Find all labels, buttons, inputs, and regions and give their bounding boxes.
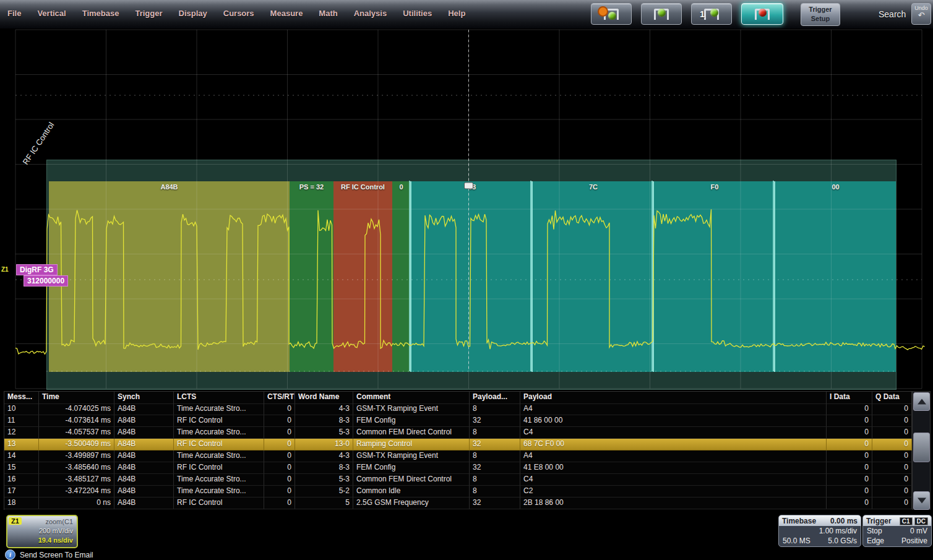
table-header-cts-rti: CTS/RTI [264, 392, 295, 404]
table-cell: Time Accurate Stro... [174, 403, 264, 415]
menu-item-trigger[interactable]: Trigger [135, 9, 162, 18]
table-cell: A84B [114, 498, 174, 509]
table-cell[interactable]: 0 [827, 439, 872, 450]
table-cell: GSM-TX Ramping Event [353, 450, 470, 462]
table-cell: Time Accurate Stro... [174, 450, 264, 462]
waveform-trace [15, 209, 925, 354]
timebase-box[interactable]: Timebase 0.00 ms 1.00 ms/div 50.0 MS 5.0… [778, 515, 861, 547]
menu-item-display[interactable]: Display [179, 9, 207, 18]
table-cell: Common FEM Direct Control [353, 427, 470, 439]
table-cell: 10 [4, 403, 39, 415]
digrf-frequency-marker[interactable]: 312000000 [24, 275, 68, 286]
table-header-payload: Payload [520, 392, 827, 404]
table-cell: A4 [520, 450, 827, 462]
table-cell: 0 [827, 486, 872, 498]
table-cell: 17 [4, 486, 39, 498]
table-cell: A84B [114, 403, 174, 415]
trigger-single-button[interactable]: 1 [691, 3, 732, 25]
trigger-normal-button[interactable] [641, 3, 682, 25]
table-cell[interactable]: -3.500409 ms [39, 439, 114, 450]
table-cell: 4-3 [295, 450, 353, 462]
table-header-synch: Synch [114, 392, 174, 404]
green-ball-icon [658, 9, 666, 17]
menu-item-utilities[interactable]: Utilities [403, 9, 432, 18]
table-cell[interactable]: 68 7C F0 00 [520, 439, 827, 450]
table-cell: -4.073614 ms [39, 415, 114, 427]
search-button[interactable]: Search [879, 9, 906, 19]
table-cell: 8-3 [295, 415, 353, 427]
table-cell: 12 [4, 427, 39, 439]
table-cell: A84B [114, 427, 174, 439]
table-cell[interactable]: 32 [470, 439, 520, 450]
table-cell: C2 [520, 486, 827, 498]
trigger-position-marker[interactable] [465, 183, 473, 189]
table-cell: 5-3 [295, 474, 353, 486]
trigger-level: 0 mV [910, 526, 927, 536]
table-cell: -4.057537 ms [39, 427, 114, 439]
table-cell[interactable]: 0 [264, 439, 295, 450]
z1-time-per-div: 19.4 ns/div [38, 536, 73, 544]
trigger-title: Trigger [866, 517, 892, 525]
trigger-auto-button[interactable] [591, 3, 632, 25]
table-cell: 0 [827, 427, 872, 439]
table-cell[interactable]: Ramping Control [353, 439, 470, 450]
table-cell: A4 [520, 403, 827, 415]
timebase-per-div: 1.00 ms/div [819, 526, 857, 536]
table-cell: 0 [264, 486, 295, 498]
table-cell: 0 [827, 474, 872, 486]
table-cell[interactable]: A84B [114, 439, 174, 450]
timebase-title: Timebase [782, 517, 816, 525]
table-cell: 32 [470, 498, 520, 509]
table-cell: 0 [264, 403, 295, 415]
table-cell: 4-3 [295, 403, 353, 415]
table-cell: 0 [827, 498, 872, 509]
green-ball-icon [710, 9, 718, 17]
table-cell: 0 [827, 462, 872, 474]
table-cell: 8 [470, 450, 520, 462]
table-cell: 8 [470, 486, 520, 498]
menu-item-measure[interactable]: Measure [270, 9, 303, 18]
table-cell: Time Accurate Stro... [174, 474, 264, 486]
table-cell[interactable]: 13 [4, 439, 39, 450]
table-cell: RF IC Control [174, 498, 264, 509]
undo-button[interactable]: Undo ↶ [911, 3, 931, 25]
table-cell: GSM-TX Ramping Event [353, 403, 470, 415]
single-one-glyph: 1 [700, 9, 705, 19]
table-cell[interactable]: RF IC Control [174, 439, 264, 450]
table-cell: A84B [114, 486, 174, 498]
table-header-i-data: I Data [827, 392, 872, 404]
send-screen-to-email[interactable]: i Send Screen To Email [5, 549, 93, 560]
table-cell: 0 [264, 450, 295, 462]
menu-item-help[interactable]: Help [448, 9, 465, 18]
trigger-box[interactable]: Trigger C1DC Stop 0 mV Edge Positive [862, 515, 932, 547]
table-cell: 0 [264, 427, 295, 439]
menu-item-cursors[interactable]: Cursors [223, 9, 254, 18]
menu-item-analysis[interactable]: Analysis [354, 9, 387, 18]
table-cell[interactable]: 0 [872, 439, 912, 450]
table-cell: 0 [872, 403, 912, 415]
table-cell: -3.485127 ms [39, 474, 114, 486]
table-cell: 8 [470, 427, 520, 439]
menu-item-file[interactable]: File [7, 9, 21, 18]
table-cell: 8-3 [295, 462, 353, 474]
timebase-offset: 0.00 ms [830, 517, 858, 525]
table-cell: RF IC Control [174, 415, 264, 427]
trigger-badge-c1: C1 [900, 517, 913, 525]
menu-item-math[interactable]: Math [319, 9, 337, 18]
scrollbar-thumb[interactable] [913, 433, 930, 462]
table-cell: 0 [827, 450, 872, 462]
z1-descriptor-box[interactable]: Z1 zoom(C1 200 mV/div 19.4 ns/div [6, 515, 78, 548]
scrollbar-down-button[interactable] [913, 491, 930, 510]
scrollbar-up-button[interactable] [913, 392, 930, 411]
menu-item-timebase[interactable]: Timebase [82, 9, 119, 18]
trigger-setup-line2: Setup [811, 15, 830, 22]
table-cell: 0 [872, 427, 912, 439]
trigger-stop-button[interactable] [741, 3, 783, 25]
trigger-setup-button[interactable]: Trigger Setup [801, 3, 840, 26]
digrf-protocol-marker[interactable]: DigRF 3G [16, 264, 58, 275]
table-scrollbar[interactable] [912, 392, 930, 510]
menu-item-vertical[interactable]: Vertical [37, 9, 66, 18]
table-cell: Time Accurate Stro... [174, 486, 264, 498]
table-cell[interactable]: 13-0 [295, 439, 353, 450]
table-cell: 0 ns [39, 498, 114, 509]
